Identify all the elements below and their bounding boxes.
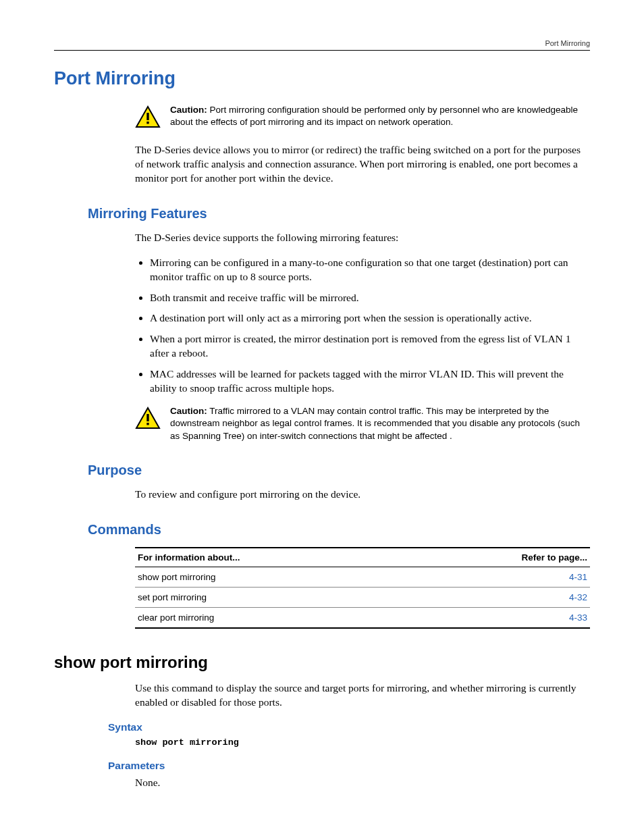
- list-item: When a port mirror is created, the mirro…: [150, 332, 590, 361]
- list-item: Mirroring can be configured in a many-to…: [150, 256, 590, 284]
- caution-label: Caution:: [170, 105, 207, 115]
- svg-rect-4: [146, 414, 149, 421]
- table-header-page: Refer to page...: [409, 548, 590, 567]
- syntax-heading: Syntax: [108, 721, 590, 733]
- caution-box-2: Caution: Traffic mirrored to a VLAN may …: [135, 405, 590, 442]
- running-header: Port Mirroring: [54, 39, 590, 50]
- syntax-code: show port mirroring: [135, 737, 590, 748]
- page-link[interactable]: 4-32: [569, 592, 587, 602]
- features-lead: The D-Series device supports the followi…: [135, 231, 590, 245]
- svg-rect-1: [146, 113, 149, 120]
- cmd-label: show port mirroring: [135, 567, 409, 587]
- table-row: show port mirroring 4-31: [135, 567, 590, 587]
- caution-box-1: Caution: Port mirroring configuration sh…: [135, 104, 590, 131]
- caution-text-1: Port mirroring configuration should be p…: [170, 105, 578, 127]
- intro-paragraph: The D-Series device allows you to mirror…: [135, 143, 590, 186]
- table-row: clear port mirroring 4-33: [135, 607, 590, 628]
- caution-icon: [135, 105, 161, 131]
- parameters-text: None.: [135, 776, 590, 790]
- show-cmd-desc: Use this command to display the source a…: [135, 681, 590, 710]
- page-link[interactable]: 4-33: [569, 613, 587, 623]
- svg-rect-5: [146, 423, 149, 425]
- list-item: MAC addresses will be learned for packet…: [150, 367, 590, 396]
- feature-list: Mirroring can be configured in a many-to…: [135, 256, 590, 396]
- cmd-label: set port mirroring: [135, 587, 409, 607]
- header-divider: [54, 50, 590, 51]
- caution-icon: [135, 407, 161, 432]
- list-item: Both transmit and receive traffic will b…: [150, 291, 590, 305]
- commands-table: For information about... Refer to page..…: [135, 547, 590, 629]
- parameters-heading: Parameters: [108, 760, 590, 772]
- show-port-mirroring-heading: show port mirroring: [54, 653, 590, 672]
- page-title: Port Mirroring: [54, 68, 590, 89]
- list-item: A destination port will only act as a mi…: [150, 311, 590, 325]
- cmd-label: clear port mirroring: [135, 607, 409, 628]
- purpose-heading: Purpose: [88, 463, 590, 478]
- page-link[interactable]: 4-31: [569, 572, 587, 582]
- caution-text-2: Traffic mirrored to a VLAN may contain c…: [170, 406, 580, 440]
- table-row: set port mirroring 4-32: [135, 587, 590, 607]
- purpose-text: To review and configure port mirroring o…: [135, 488, 590, 502]
- commands-heading: Commands: [88, 522, 590, 538]
- features-heading: Mirroring Features: [88, 206, 590, 221]
- table-header-info: For information about...: [135, 548, 409, 567]
- caution-label: Caution:: [170, 406, 207, 416]
- svg-rect-2: [146, 122, 149, 124]
